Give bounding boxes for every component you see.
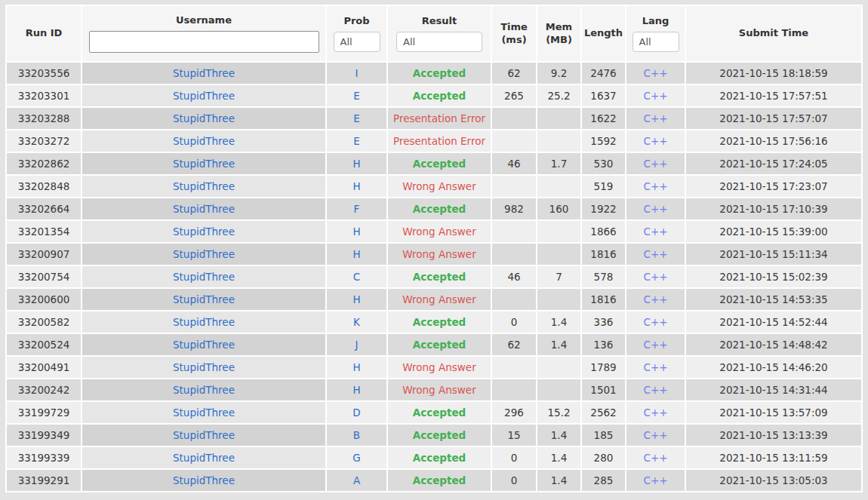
lang-link[interactable]: C++ [643,248,667,260]
result-cell: Accepted [388,447,491,468]
lang-link[interactable]: C++ [643,158,667,170]
problem-link[interactable]: H [352,180,360,192]
username-link[interactable]: StupidThree [173,361,235,373]
lang-link[interactable]: C++ [643,271,667,283]
problem-link[interactable]: A [353,474,360,486]
lang-link[interactable]: C++ [643,180,667,192]
lang-link[interactable]: C++ [643,225,667,238]
problem-link[interactable]: J [356,339,359,351]
length-cell: 1637 [582,85,625,106]
username-link[interactable]: StupidThree [173,158,235,170]
problem-link[interactable]: H [352,361,360,373]
username-link[interactable]: StupidThree [173,474,235,486]
length-cell: 1501 [582,379,625,400]
username-link[interactable]: StupidThree [173,203,235,215]
run-id-cell: 33199349 [7,425,81,446]
table-row: 33200754StupidThreeCAccepted467578C++202… [7,266,861,287]
username-link[interactable]: StupidThree [173,452,235,464]
problem-link[interactable]: B [353,429,360,441]
problem-link[interactable]: K [353,316,360,328]
mem-cell [537,130,580,152]
problem-link[interactable]: F [354,203,360,215]
username-link[interactable]: StupidThree [173,406,235,419]
lang-link[interactable]: C++ [643,203,667,215]
result-text: Accepted [413,90,466,102]
lang-link[interactable]: C++ [643,339,667,351]
run-id-cell: 33202848 [7,176,81,197]
lang-link[interactable]: C++ [643,112,667,124]
username-filter-input[interactable] [89,31,319,53]
lang-link[interactable]: C++ [643,316,667,328]
lang-link[interactable]: C++ [643,361,667,373]
mem-cell: 7 [537,266,580,287]
lang-link[interactable]: C++ [643,452,667,464]
lang-link[interactable]: C++ [643,429,667,441]
username-link[interactable]: StupidThree [173,316,235,328]
problem-link[interactable]: C [353,271,360,283]
username-cell: StupidThree [82,334,325,355]
time-cell [492,176,536,197]
lang-link[interactable]: C++ [643,67,667,79]
result-cell: Accepted [388,85,491,106]
problem-link[interactable]: H [352,158,360,170]
problem-link[interactable]: I [356,67,359,79]
username-link[interactable]: StupidThree [173,248,235,260]
username-link[interactable]: StupidThree [173,384,235,396]
submissions-table: Run ID Username Prob All [5,5,863,492]
result-text: Accepted [413,474,466,486]
lang-cell: C++ [626,244,685,265]
submit-time-cell: 2021-10-15 14:46:20 [686,357,861,378]
length-cell: 519 [582,176,625,197]
table-row: 33203556StupidThreeIAccepted629.22476C++… [7,63,861,84]
username-link[interactable]: StupidThree [173,339,235,351]
username-cell: StupidThree [82,357,325,378]
username-link[interactable]: StupidThree [173,112,235,124]
length-cell: 185 [582,425,625,446]
username-link[interactable]: StupidThree [173,180,235,192]
lang-link[interactable]: C++ [643,384,667,396]
submit-time-cell: 2021-10-15 14:52:44 [686,311,861,333]
lang-link[interactable]: C++ [643,406,667,419]
length-cell: 280 [582,447,625,468]
problem-link[interactable]: G [352,452,360,464]
problem-link[interactable]: D [352,406,360,419]
result-cell: Accepted [388,334,491,355]
submit-time-cell: 2021-10-15 17:23:07 [686,176,861,197]
problem-link[interactable]: E [353,90,360,102]
prob-cell: C [327,266,386,287]
username-link[interactable]: StupidThree [173,271,235,283]
run-id-cell: 33200754 [7,266,81,287]
mem-cell: 1.4 [537,425,580,446]
username-link[interactable]: StupidThree [173,67,235,79]
result-cell: Accepted [388,153,491,174]
username-cell: StupidThree [82,402,325,423]
length-cell: 285 [582,470,625,491]
username-link[interactable]: StupidThree [173,429,235,441]
username-cell: StupidThree [82,198,325,219]
problem-link[interactable]: H [352,248,360,260]
username-link[interactable]: StupidThree [173,90,235,102]
problem-link[interactable]: H [352,293,360,305]
username-link[interactable]: StupidThree [173,135,235,147]
problem-link[interactable]: H [352,225,360,238]
time-cell [492,221,536,242]
lang-cell: C++ [626,447,685,468]
lang-link[interactable]: C++ [643,90,667,102]
prob-filter-select[interactable]: All [334,32,380,52]
submit-time-cell: 2021-10-15 17:57:07 [686,108,861,129]
result-text: Wrong Answer [402,384,476,396]
problem-link[interactable]: H [352,384,360,396]
lang-filter-select[interactable]: All [633,32,679,52]
problem-link[interactable]: E [353,112,360,124]
username-link[interactable]: StupidThree [173,225,235,238]
result-cell: Wrong Answer [388,244,491,265]
problem-link[interactable]: E [353,135,360,147]
prob-cell: H [327,357,386,378]
username-link[interactable]: StupidThree [173,293,235,305]
lang-link[interactable]: C++ [643,474,667,486]
lang-link[interactable]: C++ [643,293,667,305]
username-cell: StupidThree [82,221,325,242]
lang-link[interactable]: C++ [643,135,667,147]
result-filter-select[interactable]: All [396,32,482,52]
mem-header-label: Mem (MB) [546,21,572,44]
